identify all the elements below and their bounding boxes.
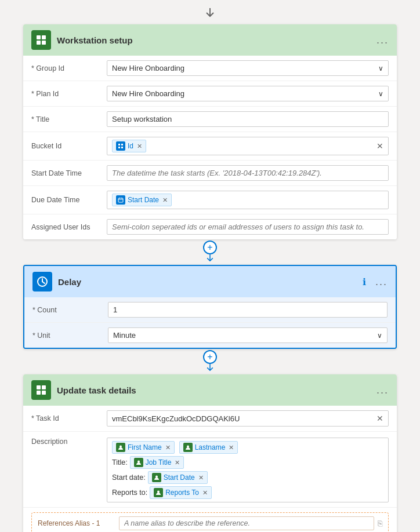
start-date-desc-tag-close[interactable]: ✕ [198,474,204,482]
start-date-time-input[interactable] [107,165,389,181]
delay-card: Delay ℹ ... * Count * Unit Minute ∨ [23,265,397,349]
ref-alias-input[interactable] [119,516,374,530]
svg-rect-5 [121,144,123,145]
svg-rect-1 [42,35,46,39]
due-date-time-field[interactable]: Start Date ✕ [107,191,389,209]
add-circle-icon-2: + [203,350,217,364]
lastname-tag: Lastname ✕ [179,441,238,454]
description-label: Description [31,438,107,446]
update-task-menu-button[interactable]: ... [376,385,389,395]
svg-point-19 [120,446,122,448]
grid-icon [35,34,47,46]
count-row: * Count [24,297,396,323]
svg-line-14 [42,282,45,283]
task-id-label: * Task Id [31,414,107,422]
start-date-time-label: Start Date Time [31,169,107,177]
group-id-row: * Group Id New Hire Onboarding ∨ [23,56,397,81]
add-step-button-1[interactable]: + [203,239,217,265]
references-subcard: References Alias - 1 ⎘ References Resour… [31,512,389,532]
delay-card-title: Delay [58,277,357,287]
bucket-tags-container: Id ✕ [112,140,149,152]
due-date-time-row: Due Date Time [23,186,397,214]
copy-icon[interactable]: ⎘ [378,519,382,528]
plan-id-dropdown[interactable]: New Hire Onboarding ∨ [107,86,389,101]
start-date-time-value [107,165,389,181]
delay-menu-button[interactable]: ... [375,276,388,287]
bucket-tag-text: Id [128,142,133,150]
update-task-card-icon [31,380,51,400]
svg-rect-2 [37,41,41,45]
unit-chevron-icon: ∨ [377,331,382,340]
plan-id-value: New Hire Onboarding ∨ [107,86,389,101]
assigned-user-ids-input[interactable] [107,219,389,235]
workstation-menu-button[interactable]: ... [376,35,389,45]
desc-line-1: First Name ✕ Lastname ✕ [112,441,383,454]
grid-icon-2 [35,384,47,396]
due-date-tag-text: Start Date [128,196,159,204]
bucket-clear-icon[interactable]: ✕ [376,141,383,151]
workstation-card-title: Workstation setup [57,35,371,45]
ref-alias-value: ⎘ [119,516,382,530]
bucket-id-field[interactable]: Id ✕ ✕ [107,137,389,155]
first-name-tag: First Name ✕ [112,441,175,454]
update-task-card-body: * Task Id vmECbl9KsEKgcZudkOcDDGQAKl6U ✕… [23,406,397,532]
delay-info-icon[interactable]: ℹ [363,276,366,287]
reports-to-prefix: Reports to: [112,489,147,497]
due-date-time-label: Due Date Time [31,196,107,204]
due-date-tag-icon [116,195,125,205]
lastname-tag-icon [183,443,193,452]
group-id-dropdown[interactable]: New Hire Onboarding ∨ [107,60,389,76]
task-id-clear-icon[interactable]: ✕ [376,414,383,423]
grid-small-icon [118,143,124,149]
top-arrow [205,6,215,24]
start-date-desc-tag: Start Date ✕ [148,471,208,484]
title-input[interactable] [107,111,389,127]
count-value [108,302,388,318]
workstation-card-body: * Group Id New Hire Onboarding ∨ * Plan … [23,56,397,239]
unit-value: Minute ∨ [108,327,388,343]
job-title-tag-close[interactable]: ✕ [175,459,180,467]
add-down-arrow-1 [205,254,215,264]
delay-card-header: Delay ℹ ... [24,266,396,297]
down-arrow-icon [205,8,215,20]
task-id-text: vmECbl9KsEKgcZudkOcDDGQAKl6U [112,414,240,423]
bucket-tag-icon [116,141,125,151]
description-field[interactable]: First Name ✕ Lastname ✕ [107,438,389,502]
first-name-tag-icon [116,443,125,452]
unit-dropdown[interactable]: Minute ∨ [108,327,388,343]
svg-rect-6 [118,147,120,148]
svg-point-23 [157,491,160,493]
svg-point-22 [155,476,158,478]
title-prefix: Title: [112,458,128,467]
assigned-user-ids-row: Assigned User Ids [23,214,397,239]
desc-line-2: Title: Job Title ✕ [112,456,383,469]
group-id-chevron-icon: ∨ [378,64,383,72]
due-date-tag-close-icon[interactable]: ✕ [162,196,168,204]
unit-label: * Unit [32,331,108,340]
update-task-card-title: Update task details [57,385,371,395]
update-task-card: Update task details ... * Task Id vmECbl… [23,374,397,532]
count-input[interactable] [108,302,388,318]
add-step-button-2[interactable]: + [203,349,217,374]
due-date-time-value: Start Date ✕ [107,191,389,209]
lastname-tag-close[interactable]: ✕ [229,444,234,451]
bucket-tag-close-icon[interactable]: ✕ [137,143,142,150]
start-date-prefix: Start date: [112,473,146,482]
svg-rect-4 [118,144,120,145]
unit-row: * Unit Minute ∨ [24,323,396,348]
svg-rect-8 [118,198,123,202]
title-label: * Title [31,115,107,123]
group-id-value: New Hire Onboarding ∨ [107,60,389,76]
group-id-label: * Group Id [31,64,107,72]
task-id-field[interactable]: vmECbl9KsEKgcZudkOcDDGQAKl6U ✕ [107,410,389,427]
task-id-row: * Task Id vmECbl9KsEKgcZudkOcDDGQAKl6U ✕ [23,406,397,432]
title-row: * Title [23,107,397,132]
desc-line-4: Reports to: Reports To ✕ [112,486,383,499]
svg-point-20 [187,446,189,448]
person-icon-3 [136,460,142,465]
reports-to-tag-close[interactable]: ✕ [202,489,208,497]
desc-line-3: Start date: Start Date ✕ [112,471,383,484]
first-name-tag-close[interactable]: ✕ [165,444,171,451]
unit-text: Minute [113,331,136,340]
delay-card-icon [32,272,52,291]
